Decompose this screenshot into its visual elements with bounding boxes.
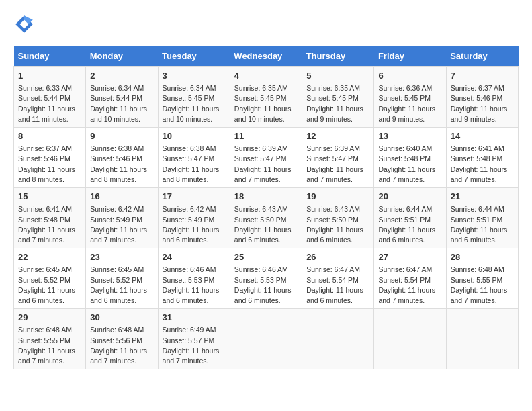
weekday-header: Sunday: [14, 46, 86, 67]
day-info: Sunrise: 6:47 AM Sunset: 5:54 PM Dayligh…: [306, 265, 369, 306]
calendar-cell: 7Sunrise: 6:37 AM Sunset: 5:46 PM Daylig…: [446, 67, 518, 128]
calendar-cell: 13Sunrise: 6:40 AM Sunset: 5:48 PM Dayli…: [374, 128, 446, 188]
day-number: 15: [18, 191, 81, 203]
calendar-cell: 23Sunrise: 6:45 AM Sunset: 5:52 PM Dayli…: [86, 248, 158, 309]
day-number: 10: [163, 130, 226, 142]
calendar-header: SundayMondayTuesdayWednesdayThursdayFrid…: [14, 46, 519, 67]
day-info: Sunrise: 6:35 AM Sunset: 5:45 PM Dayligh…: [234, 83, 298, 124]
day-number: 30: [90, 312, 153, 324]
calendar-cell: [374, 309, 446, 369]
day-info: Sunrise: 6:47 AM Sunset: 5:54 PM Dayligh…: [378, 265, 441, 306]
weekday-header: Friday: [374, 46, 446, 67]
weekday-header: Wednesday: [230, 46, 302, 67]
calendar-cell: 16Sunrise: 6:42 AM Sunset: 5:49 PM Dayli…: [86, 188, 158, 248]
day-number: 20: [378, 191, 441, 203]
calendar-week-row: 8Sunrise: 6:37 AM Sunset: 5:46 PM Daylig…: [14, 128, 519, 188]
calendar-cell: 14Sunrise: 6:41 AM Sunset: 5:48 PM Dayli…: [446, 128, 518, 188]
calendar-table: SundayMondayTuesdayWednesdayThursdayFrid…: [13, 46, 519, 369]
day-number: 25: [234, 251, 298, 263]
calendar-cell: 25Sunrise: 6:46 AM Sunset: 5:53 PM Dayli…: [230, 248, 302, 309]
calendar-week-row: 22Sunrise: 6:45 AM Sunset: 5:52 PM Dayli…: [14, 248, 519, 309]
calendar-cell: 1Sunrise: 6:33 AM Sunset: 5:44 PM Daylig…: [14, 67, 86, 128]
weekday-header: Tuesday: [158, 46, 230, 67]
day-info: Sunrise: 6:40 AM Sunset: 5:48 PM Dayligh…: [378, 144, 441, 185]
day-number: 7: [451, 70, 514, 82]
calendar-cell: 28Sunrise: 6:48 AM Sunset: 5:55 PM Dayli…: [446, 248, 518, 309]
day-number: 27: [378, 251, 441, 263]
calendar-cell: 29Sunrise: 6:48 AM Sunset: 5:55 PM Dayli…: [14, 309, 86, 369]
calendar-cell: 5Sunrise: 6:35 AM Sunset: 5:45 PM Daylig…: [302, 67, 374, 128]
day-info: Sunrise: 6:37 AM Sunset: 5:46 PM Dayligh…: [18, 144, 81, 185]
day-info: Sunrise: 6:48 AM Sunset: 5:55 PM Dayligh…: [451, 265, 514, 306]
calendar-cell: 24Sunrise: 6:46 AM Sunset: 5:53 PM Dayli…: [158, 248, 230, 309]
calendar-cell: 15Sunrise: 6:41 AM Sunset: 5:48 PM Dayli…: [14, 188, 86, 248]
day-info: Sunrise: 6:33 AM Sunset: 5:44 PM Dayligh…: [18, 83, 81, 124]
logo: [13, 13, 38, 35]
day-info: Sunrise: 6:48 AM Sunset: 5:56 PM Dayligh…: [90, 325, 153, 366]
day-number: 28: [451, 251, 514, 263]
day-number: 14: [451, 130, 514, 142]
calendar-cell: 22Sunrise: 6:45 AM Sunset: 5:52 PM Dayli…: [14, 248, 86, 309]
calendar-cell: [302, 309, 374, 369]
calendar-body: 1Sunrise: 6:33 AM Sunset: 5:44 PM Daylig…: [14, 67, 519, 369]
day-info: Sunrise: 6:46 AM Sunset: 5:53 PM Dayligh…: [163, 265, 226, 306]
day-info: Sunrise: 6:38 AM Sunset: 5:46 PM Dayligh…: [90, 144, 153, 185]
calendar-cell: 26Sunrise: 6:47 AM Sunset: 5:54 PM Dayli…: [302, 248, 374, 309]
calendar-week-row: 29Sunrise: 6:48 AM Sunset: 5:55 PM Dayli…: [14, 309, 519, 369]
day-number: 22: [18, 251, 81, 263]
day-info: Sunrise: 6:43 AM Sunset: 5:50 PM Dayligh…: [306, 204, 369, 245]
calendar-cell: 27Sunrise: 6:47 AM Sunset: 5:54 PM Dayli…: [374, 248, 446, 309]
calendar-cell: 31Sunrise: 6:49 AM Sunset: 5:57 PM Dayli…: [158, 309, 230, 369]
calendar-cell: 18Sunrise: 6:43 AM Sunset: 5:50 PM Dayli…: [230, 188, 302, 248]
day-number: 16: [90, 191, 153, 203]
day-number: 8: [18, 130, 81, 142]
day-number: 23: [90, 251, 153, 263]
calendar-cell: 20Sunrise: 6:44 AM Sunset: 5:51 PM Dayli…: [374, 188, 446, 248]
calendar-week-row: 1Sunrise: 6:33 AM Sunset: 5:44 PM Daylig…: [14, 67, 519, 128]
day-number: 6: [378, 70, 441, 82]
day-number: 2: [90, 70, 153, 82]
day-info: Sunrise: 6:45 AM Sunset: 5:52 PM Dayligh…: [18, 265, 81, 306]
day-info: Sunrise: 6:49 AM Sunset: 5:57 PM Dayligh…: [163, 325, 226, 366]
calendar-cell: [230, 309, 302, 369]
day-number: 21: [451, 191, 514, 203]
weekday-row: SundayMondayTuesdayWednesdayThursdayFrid…: [14, 46, 519, 67]
day-number: 31: [163, 312, 226, 324]
day-info: Sunrise: 6:48 AM Sunset: 5:55 PM Dayligh…: [18, 325, 81, 366]
day-info: Sunrise: 6:42 AM Sunset: 5:49 PM Dayligh…: [90, 204, 153, 245]
day-info: Sunrise: 6:46 AM Sunset: 5:53 PM Dayligh…: [234, 265, 298, 306]
day-info: Sunrise: 6:44 AM Sunset: 5:51 PM Dayligh…: [451, 204, 514, 245]
calendar-week-row: 15Sunrise: 6:41 AM Sunset: 5:48 PM Dayli…: [14, 188, 519, 248]
day-info: Sunrise: 6:36 AM Sunset: 5:45 PM Dayligh…: [378, 83, 441, 124]
day-info: Sunrise: 6:41 AM Sunset: 5:48 PM Dayligh…: [18, 204, 81, 245]
calendar-cell: 8Sunrise: 6:37 AM Sunset: 5:46 PM Daylig…: [14, 128, 86, 188]
day-info: Sunrise: 6:39 AM Sunset: 5:47 PM Dayligh…: [306, 144, 369, 185]
calendar-cell: 21Sunrise: 6:44 AM Sunset: 5:51 PM Dayli…: [446, 188, 518, 248]
weekday-header: Saturday: [446, 46, 518, 67]
weekday-header: Thursday: [302, 46, 374, 67]
calendar-cell: 2Sunrise: 6:34 AM Sunset: 5:44 PM Daylig…: [86, 67, 158, 128]
logo-icon: [13, 13, 35, 35]
day-info: Sunrise: 6:44 AM Sunset: 5:51 PM Dayligh…: [378, 204, 441, 245]
calendar-cell: 30Sunrise: 6:48 AM Sunset: 5:56 PM Dayli…: [86, 309, 158, 369]
day-number: 19: [306, 191, 369, 203]
calendar-cell: [446, 309, 518, 369]
day-info: Sunrise: 6:34 AM Sunset: 5:44 PM Dayligh…: [90, 83, 153, 124]
day-number: 29: [18, 312, 81, 324]
calendar-cell: 6Sunrise: 6:36 AM Sunset: 5:45 PM Daylig…: [374, 67, 446, 128]
day-info: Sunrise: 6:38 AM Sunset: 5:47 PM Dayligh…: [163, 144, 226, 185]
day-number: 1: [18, 70, 81, 82]
day-number: 26: [306, 251, 369, 263]
calendar-cell: 19Sunrise: 6:43 AM Sunset: 5:50 PM Dayli…: [302, 188, 374, 248]
calendar-cell: 3Sunrise: 6:34 AM Sunset: 5:45 PM Daylig…: [158, 67, 230, 128]
page-header: [13, 13, 519, 35]
day-number: 24: [163, 251, 226, 263]
day-number: 11: [234, 130, 298, 142]
calendar-cell: 10Sunrise: 6:38 AM Sunset: 5:47 PM Dayli…: [158, 128, 230, 188]
day-number: 12: [306, 130, 369, 142]
calendar-cell: 9Sunrise: 6:38 AM Sunset: 5:46 PM Daylig…: [86, 128, 158, 188]
day-number: 4: [234, 70, 298, 82]
day-number: 5: [306, 70, 369, 82]
calendar-cell: 12Sunrise: 6:39 AM Sunset: 5:47 PM Dayli…: [302, 128, 374, 188]
calendar-cell: 17Sunrise: 6:42 AM Sunset: 5:49 PM Dayli…: [158, 188, 230, 248]
